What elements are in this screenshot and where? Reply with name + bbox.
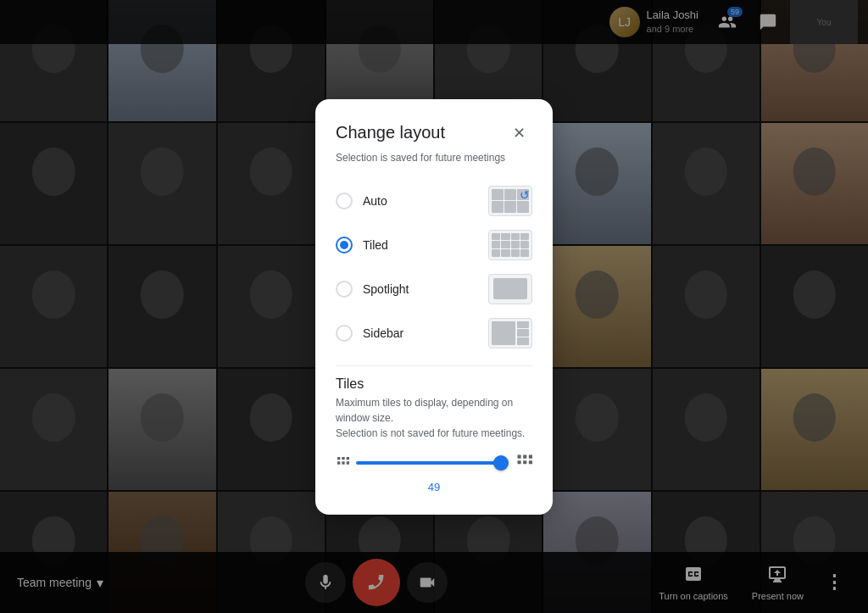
layout-option-tiled-left: Tiled [336,237,388,254]
layout-option-sidebar-left: Sidebar [336,325,403,342]
dialog-close-button[interactable]: ✕ [505,120,532,147]
tiles-min-icon [336,455,349,471]
thumb-spotlight [488,274,532,304]
dialog-title: Change layout [336,123,445,142]
radio-tiled [336,237,353,254]
label-tiled: Tiled [363,238,388,252]
dialog-header: Change layout ✕ [336,120,532,147]
layout-option-spotlight-left: Spotlight [336,281,409,298]
thumb-tiled [488,230,532,260]
label-sidebar: Sidebar [363,326,403,340]
slider-thumb [493,455,509,471]
tiles-description: Maximum tiles to display, depending on w… [336,395,532,441]
layout-option-tiled[interactable]: Tiled [336,223,532,267]
divider [336,365,532,366]
tiles-max-icon [515,453,532,474]
slider-fill [356,461,501,465]
layout-option-auto[interactable]: Auto ↺ [336,179,532,223]
change-layout-dialog: Change layout ✕ Selection is saved for f… [315,99,553,515]
thumb-sidebar [488,318,532,348]
slider-track [356,461,509,465]
tiled-grid [489,231,531,259]
layout-option-auto-left: Auto [336,192,387,209]
label-auto: Auto [363,194,387,208]
radio-auto [336,192,353,209]
tiles-slider[interactable] [356,454,509,471]
label-spotlight: Spotlight [363,282,409,296]
tiles-slider-row [336,453,532,474]
radio-sidebar [336,325,353,342]
auto-refresh-icon: ↺ [520,188,530,202]
close-icon: ✕ [513,124,526,142]
thumb-auto: ↺ [488,186,532,216]
layout-option-spotlight[interactable]: Spotlight [336,267,532,311]
layout-option-sidebar[interactable]: Sidebar [336,311,532,355]
tiles-value: 49 [428,481,440,493]
dialog-subtitle: Selection is saved for future meetings [336,152,532,164]
tiles-title: Tiles [336,376,532,392]
radio-spotlight [336,281,353,298]
modal-overlay: Change layout ✕ Selection is saved for f… [0,0,868,613]
